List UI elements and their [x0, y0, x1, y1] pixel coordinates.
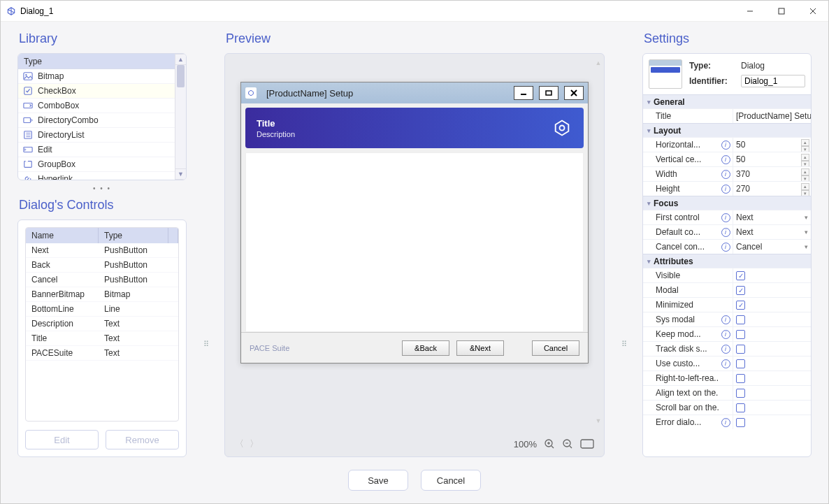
prop-track-disk[interactable]: Track disk s...i — [643, 341, 811, 356]
section-attributes[interactable]: ▾Attributes — [643, 254, 811, 268]
checkbox-unchecked-icon[interactable] — [736, 330, 745, 339]
library-item-checkbox[interactable]: CheckBox — [18, 84, 175, 99]
preview-minimize-button[interactable] — [514, 86, 533, 100]
prop-default-control[interactable]: Default co...iNext▾ — [643, 224, 811, 239]
library-item-groupbox[interactable]: GroupBox — [18, 157, 175, 172]
splitter-left-icon[interactable]: ⠿ — [201, 231, 210, 457]
control-row[interactable]: BackPushButton — [26, 258, 178, 273]
checkbox-checked-icon[interactable]: ✓ — [736, 301, 745, 310]
section-focus[interactable]: ▾Focus — [643, 196, 811, 210]
control-row[interactable]: CancelPushButton — [26, 273, 178, 287]
prop-align-text[interactable]: Align text on the... — [643, 385, 811, 400]
info-icon[interactable]: i — [719, 327, 733, 341]
library-item-edit[interactable]: Edit — [18, 143, 175, 157]
preview-prev-icon[interactable]: 〈 — [235, 438, 244, 450]
info-icon[interactable]: i — [719, 182, 733, 196]
preview-close-button[interactable] — [564, 86, 584, 100]
preview-body[interactable] — [245, 152, 584, 332]
checkbox-unchecked-icon[interactable] — [736, 345, 745, 354]
remove-control-button[interactable]: Remove — [106, 430, 179, 449]
identifier-input[interactable] — [741, 75, 805, 87]
prop-height[interactable]: Heighti270▴▾ — [643, 181, 811, 196]
prop-scroll-bar[interactable]: Scroll bar on the... — [643, 400, 811, 415]
info-icon[interactable]: i — [719, 240, 733, 254]
checkbox-unchecked-icon[interactable] — [736, 389, 745, 398]
preview-dialog[interactable]: [ProductName] Setup Title Description — [240, 82, 589, 363]
maximize-button[interactable] — [765, 1, 797, 22]
scroll-thumb[interactable] — [177, 65, 185, 87]
spinner[interactable]: ▴▾ — [801, 139, 809, 150]
preview-cancel-button[interactable]: Cancel — [532, 340, 579, 356]
cancel-button[interactable]: Cancel — [421, 470, 481, 491]
zoom-out-icon[interactable] — [562, 438, 573, 449]
info-icon[interactable]: i — [719, 312, 733, 326]
checkbox-unchecked-icon[interactable] — [736, 359, 745, 368]
prop-error-dialo[interactable]: Error dialo...i — [643, 415, 811, 429]
zoom-in-icon[interactable] — [544, 438, 555, 449]
control-row[interactable]: NextPushButton — [26, 243, 178, 258]
prop-visible[interactable]: Visible✓ — [643, 268, 811, 282]
save-button[interactable]: Save — [348, 470, 408, 491]
info-icon[interactable]: i — [719, 138, 733, 152]
preview-banner[interactable]: Title Description — [245, 108, 584, 148]
section-general[interactable]: ▾General — [643, 94, 811, 108]
prop-rtl-read[interactable]: Right-to-left-rea... — [643, 370, 811, 385]
spinner[interactable]: ▴▾ — [801, 168, 809, 180]
scroll-down-icon[interactable]: ▼ — [175, 168, 186, 180]
prop-width[interactable]: Widthi370▴▾ — [643, 166, 811, 181]
splitter-right-icon[interactable]: ⠿ — [619, 231, 628, 457]
info-icon[interactable]: i — [719, 210, 733, 224]
control-row[interactable]: BannerBitmapBitmap — [26, 287, 178, 302]
header-name[interactable]: Name — [26, 228, 99, 243]
library-item-bitmap[interactable]: Bitmap — [18, 69, 175, 84]
library-item-directorycombo[interactable]: DirectoryCombo — [18, 113, 175, 128]
control-row[interactable]: PACESuiteText — [26, 346, 178, 361]
control-row[interactable]: TitleText — [26, 331, 178, 346]
library-item-hyperlink[interactable]: Hyperlink — [18, 172, 175, 180]
checkbox-unchecked-icon[interactable] — [736, 374, 745, 383]
info-icon[interactable]: i — [719, 152, 733, 166]
scroll-up-icon[interactable]: ▲ — [175, 54, 186, 65]
library-item-directorylist[interactable]: DirectoryList — [18, 128, 175, 143]
header-type[interactable]: Type — [99, 228, 168, 243]
control-row[interactable]: BottomLineLine — [26, 302, 178, 317]
info-icon[interactable]: i — [719, 357, 733, 370]
prop-cancel-control[interactable]: Cancel con...iCancel▾ — [643, 239, 811, 254]
prop-title[interactable]: Title[ProductName] Setup — [643, 108, 811, 123]
prop-vertical[interactable]: Vertical ce...i50▴▾ — [643, 152, 811, 166]
splitter-horizontal[interactable]: • • • — [17, 180, 187, 194]
preview-back-button[interactable]: &Back — [402, 340, 449, 356]
library-list[interactable]: Bitmap CheckBox ComboBox DirectoryCombo … — [18, 69, 175, 180]
preview-next-button[interactable]: &Next — [456, 340, 504, 356]
fit-screen-icon[interactable] — [580, 439, 594, 449]
library-item-combobox[interactable]: ComboBox — [18, 99, 175, 113]
info-icon[interactable]: i — [719, 167, 733, 181]
preview-next-icon[interactable]: 〉 — [250, 438, 259, 450]
section-layout[interactable]: ▾Layout — [643, 123, 811, 137]
prop-modal[interactable]: Modal✓ — [643, 282, 811, 297]
close-button[interactable] — [797, 1, 828, 22]
prop-minimized[interactable]: Minimized✓ — [643, 297, 811, 312]
checkbox-checked-icon[interactable]: ✓ — [736, 286, 745, 295]
control-row[interactable]: DescriptionText — [26, 317, 178, 331]
prop-keep-mod[interactable]: Keep mod...i — [643, 326, 811, 341]
info-icon[interactable]: i — [719, 225, 733, 239]
library-scrollbar[interactable]: ▲ ▼ — [175, 54, 186, 180]
checkbox-unchecked-icon[interactable] — [736, 315, 745, 324]
preview-scrollbar-v[interactable]: ▲▼ — [596, 59, 601, 424]
prop-sys-modal[interactable]: Sys modali — [643, 312, 811, 326]
library-header[interactable]: Type — [18, 54, 175, 69]
checkbox-unchecked-icon[interactable] — [736, 418, 745, 427]
prop-horizontal[interactable]: Horizontal...i50▴▾ — [643, 137, 811, 152]
prop-use-custo[interactable]: Use custo...i — [643, 356, 811, 370]
checkbox-checked-icon[interactable]: ✓ — [736, 271, 745, 280]
preview-maximize-button[interactable] — [539, 86, 558, 100]
info-icon[interactable]: i — [719, 415, 733, 429]
spinner[interactable]: ▴▾ — [801, 154, 809, 165]
checkbox-unchecked-icon[interactable] — [736, 403, 745, 412]
prop-first-control[interactable]: First controliNext▾ — [643, 210, 811, 224]
minimize-button[interactable] — [734, 1, 765, 22]
spinner[interactable]: ▴▾ — [801, 183, 809, 194]
info-icon[interactable]: i — [719, 342, 733, 356]
edit-control-button[interactable]: Edit — [25, 430, 99, 449]
